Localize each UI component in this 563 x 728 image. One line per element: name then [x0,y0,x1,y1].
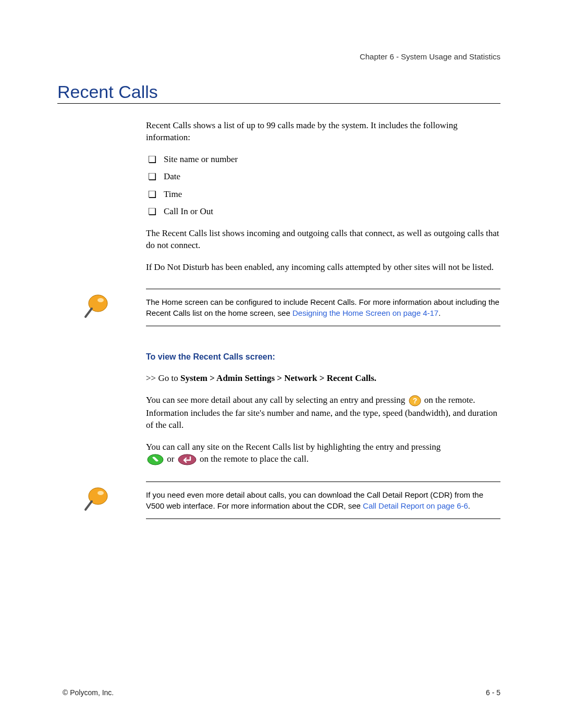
goto-path: System > Admin Settings > Network > Rece… [180,373,376,383]
page-footer: © Polycom, Inc. 6 - 5 [63,688,500,697]
svg-point-1 [97,298,104,302]
pushpin-icon [83,292,111,319]
note-text-end: . [438,309,440,317]
svg-text:?: ? [412,397,417,405]
paragraph-connect: The Recent Calls list shows incoming and… [146,227,500,252]
link-cdr[interactable]: Call Detail Report on page 6-6 [363,501,468,510]
note-text-end: . [468,501,470,510]
paragraph-dnd: If Do Not Disturb has been enabled, any … [146,261,500,273]
call-text-a: You can call any site on the Recent Call… [146,441,500,453]
link-home-screen[interactable]: Designing the Home Screen on page 4-17 [292,309,438,317]
info-list: Site name or number Date Time Call In or… [146,153,500,218]
body-content: Recent Calls shows a list of up to 99 ca… [146,119,500,519]
enter-button-icon [178,453,197,466]
note-block-2: If you need even more detail about calls… [83,482,500,519]
footer-page-number: 6 - 5 [486,688,500,697]
help-button-icon: ? [409,394,421,407]
note-block-1: The Home screen can be configured to inc… [83,289,500,326]
svg-point-7 [97,491,104,495]
list-item: Time [146,188,500,200]
detail-text-a: You can see more detail about any call b… [146,395,408,405]
goto-line: >> Go to System > Admin Settings > Netwo… [146,372,500,384]
list-item: Date [146,170,500,182]
list-item: Site name or number [146,153,500,165]
detail-paragraph: You can see more detail about any call b… [146,394,500,431]
list-item: Call In or Out [146,205,500,217]
call-button-icon [147,453,164,466]
page-header: Chapter 6 - System Usage and Statistics [57,52,500,61]
section-title: Recent Calls [57,82,500,104]
pushpin-icon [83,485,111,512]
sub-heading: To view the Recent Calls screen: [146,351,500,363]
call-or-text: or [167,454,176,464]
footer-copyright: © Polycom, Inc. [63,688,114,697]
call-paragraph: You can call any site on the Recent Call… [146,441,500,466]
call-text-b: on the remote to place the call. [200,454,309,464]
intro-paragraph: Recent Calls shows a list of up to 99 ca… [146,119,500,144]
goto-prefix: >> Go to [146,373,180,383]
